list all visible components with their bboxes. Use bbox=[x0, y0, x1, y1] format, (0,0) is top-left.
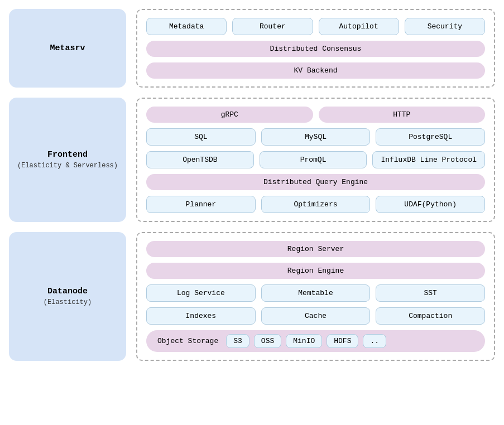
chip-mysql: MySQL bbox=[261, 128, 371, 146]
metasrv-right: Metadata Router Autopilot Security Distr… bbox=[136, 9, 495, 88]
pill-grpc: gRPC bbox=[146, 107, 313, 123]
chip-s3: S3 bbox=[226, 334, 249, 348]
frontend-title: Frontend bbox=[47, 150, 88, 160]
pill-http: HTTP bbox=[319, 107, 486, 123]
chip-metadata: Metadata bbox=[146, 18, 227, 35]
chip-postgresql: PostgreSQL bbox=[376, 128, 485, 146]
pill-distributed-consensus: Distributed Consensus bbox=[146, 41, 485, 57]
datanode-chip-row2: Indexes Cache Compaction bbox=[146, 307, 485, 325]
chip-security: Security bbox=[405, 18, 485, 35]
frontend-box: Frontend (Elasticity & Serverless) bbox=[9, 98, 126, 222]
frontend-chip-row2: OpenTSDB PromQL InfluxDB Line Protocol bbox=[146, 151, 485, 168]
chip-hdfs: HDFS bbox=[327, 334, 358, 348]
chip-sql: SQL bbox=[146, 128, 256, 146]
datanode-chip-row1: Log Service Memtable SST bbox=[146, 284, 485, 302]
frontend-row: Frontend (Elasticity & Serverless) gRPC … bbox=[9, 98, 495, 222]
chip-indexes: Indexes bbox=[146, 307, 256, 325]
chip-memtable: Memtable bbox=[261, 284, 371, 302]
frontend-chip-row1: SQL MySQL PostgreSQL bbox=[146, 128, 485, 146]
pill-distributed-query: Distributed Query Engine bbox=[146, 174, 485, 190]
datanode-pill-region-engine: Region Engine bbox=[146, 263, 485, 279]
pill-region-engine: Region Engine bbox=[146, 263, 485, 279]
frontend-pill-grpc-http: gRPC HTTP bbox=[146, 107, 485, 123]
chip-optimizers: Optimizers bbox=[261, 196, 371, 213]
metasrv-chip-row: Metadata Router Autopilot Security bbox=[146, 18, 485, 35]
chip-planner: Planner bbox=[146, 196, 256, 213]
metasrv-pill-row1: Distributed Consensus bbox=[146, 41, 485, 57]
pill-region-server: Region Server bbox=[146, 241, 485, 257]
chip-sst: SST bbox=[376, 284, 485, 302]
object-storage-row: Object Storage S3 OSS MinIO HDFS .. bbox=[146, 330, 485, 352]
frontend-subtitle: (Elasticity & Serverless) bbox=[17, 162, 118, 170]
datanode-row: Datanode (Elasticity) Region Server Regi… bbox=[9, 232, 495, 361]
datanode-pill-region-server: Region Server bbox=[146, 241, 485, 257]
frontend-right: gRPC HTTP SQL MySQL PostgreSQL OpenTSDB … bbox=[136, 98, 495, 222]
chip-minio: MinIO bbox=[286, 334, 322, 348]
chip-promql: PromQL bbox=[260, 151, 367, 168]
chip-autopilot: Autopilot bbox=[319, 18, 399, 35]
metasrv-row: Metasrv Metadata Router Autopilot Securi… bbox=[9, 9, 495, 88]
chip-udaf: UDAF(Python) bbox=[376, 196, 485, 213]
chip-influxdb: InfluxDB Line Protocol bbox=[372, 151, 485, 168]
architecture-diagram: Metasrv Metadata Router Autopilot Securi… bbox=[9, 9, 495, 361]
object-storage-label: Object Storage bbox=[157, 337, 218, 345]
chip-dotdot: .. bbox=[363, 334, 386, 348]
metasrv-box: Metasrv bbox=[9, 9, 126, 88]
chip-cache: Cache bbox=[261, 307, 371, 325]
frontend-chip-row3: Planner Optimizers UDAF(Python) bbox=[146, 196, 485, 213]
chip-compaction: Compaction bbox=[376, 307, 485, 325]
frontend-pill-query: Distributed Query Engine bbox=[146, 174, 485, 190]
datanode-subtitle: (Elasticity) bbox=[44, 298, 92, 306]
chip-log-service: Log Service bbox=[146, 284, 256, 302]
pill-kv-backend: KV Backend bbox=[146, 62, 485, 79]
datanode-box: Datanode (Elasticity) bbox=[9, 232, 126, 361]
datanode-right: Region Server Region Engine Log Service … bbox=[136, 232, 495, 361]
metasrv-title: Metasrv bbox=[50, 44, 85, 53]
metasrv-pill-row2: KV Backend bbox=[146, 62, 485, 79]
chip-router: Router bbox=[232, 18, 313, 35]
datanode-title: Datanode bbox=[47, 287, 88, 296]
chip-oss: OSS bbox=[254, 334, 281, 348]
chip-opentsdb: OpenTSDB bbox=[146, 151, 254, 168]
